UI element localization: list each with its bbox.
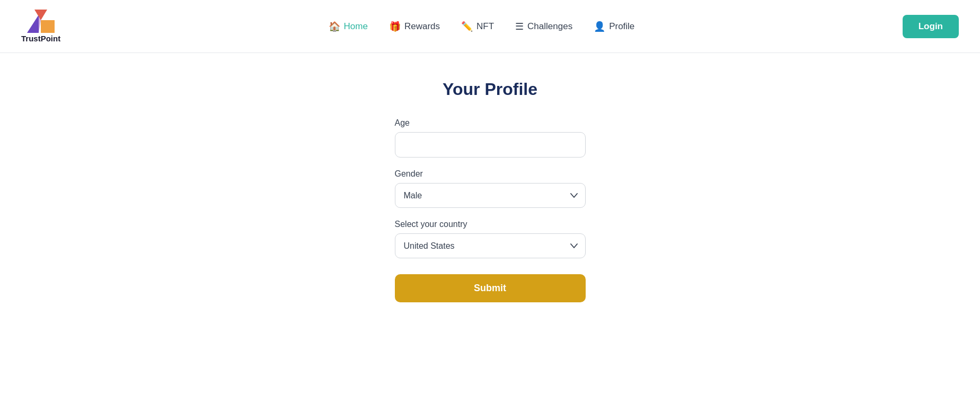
gender-group: Gender Male Female Non-binary Prefer not… [395, 169, 586, 208]
age-label: Age [395, 118, 586, 128]
nav-item-home[interactable]: 🏠 Home [329, 21, 368, 32]
profile-nav-icon: 👤 [594, 21, 605, 32]
country-select[interactable]: United States Canada United Kingdom Aust… [395, 233, 586, 258]
nav-item-profile[interactable]: 👤 Profile [594, 21, 634, 32]
svg-marker-0 [27, 15, 39, 33]
submit-button[interactable]: Submit [395, 274, 586, 302]
svg-marker-2 [41, 20, 55, 33]
page-title: Your Profile [443, 80, 537, 99]
age-input[interactable] [395, 132, 586, 158]
main-nav: 🏠 Home 🎁 Rewards ✏️ NFT ☰ Challenges 👤 P… [329, 21, 635, 32]
header: TrustPoint 🏠 Home 🎁 Rewards ✏️ NFT ☰ Cha… [0, 0, 980, 53]
logo-text: TrustPoint [21, 34, 60, 43]
gender-label: Gender [395, 169, 586, 179]
nav-item-rewards[interactable]: 🎁 Rewards [389, 21, 440, 32]
logo: TrustPoint [21, 10, 60, 43]
country-group: Select your country United States Canada… [395, 220, 586, 258]
rewards-icon: 🎁 [389, 21, 401, 32]
nft-icon: ✏️ [461, 21, 473, 32]
nav-item-nft[interactable]: ✏️ NFT [461, 21, 494, 32]
nav-item-challenges[interactable]: ☰ Challenges [515, 21, 572, 32]
logo-icon [27, 10, 55, 33]
country-label: Select your country [395, 220, 586, 229]
home-icon: 🏠 [329, 21, 340, 32]
gender-select[interactable]: Male Female Non-binary Prefer not to say [395, 183, 586, 208]
challenges-icon: ☰ [515, 21, 524, 32]
profile-form: Age Gender Male Female Non-binary Prefer… [395, 118, 586, 302]
main-content: Your Profile Age Gender Male Female Non-… [0, 53, 980, 302]
login-button[interactable]: Login [903, 15, 959, 38]
age-group: Age [395, 118, 586, 158]
